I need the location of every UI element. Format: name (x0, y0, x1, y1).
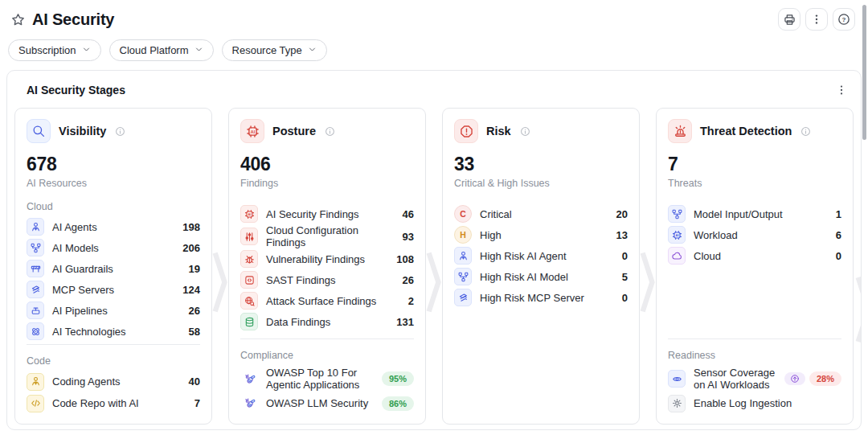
technology-icon (27, 322, 44, 340)
cloud-icon (668, 247, 686, 265)
filter-resource-type[interactable]: Resource Type (222, 39, 327, 61)
list-item[interactable]: High Risk AI Agent 0 (454, 245, 628, 266)
group-label: Compliance (240, 350, 414, 361)
sliders-icon (240, 228, 258, 245)
info-icon[interactable] (520, 126, 530, 137)
pipeline-icon (27, 302, 44, 319)
threat-detection-card: Threat Detection 7 Threats Model Input/O… (656, 108, 854, 425)
filter-label: Subscription (18, 44, 76, 56)
list-item[interactable]: Model Input/Output 1 (668, 203, 841, 224)
card-title: Posture (272, 125, 316, 137)
guardrail-icon (27, 260, 44, 277)
list-item[interactable]: Attack Surface Findings 2 (240, 290, 414, 311)
ai-model-icon (27, 239, 44, 256)
kebab-menu-button[interactable] (805, 8, 828, 31)
siren-icon (668, 119, 692, 143)
attack-surface-icon (240, 292, 258, 310)
code-repo-icon (27, 395, 44, 412)
compliance-score-badge: 95% (382, 371, 414, 386)
card-title: Threat Detection (700, 125, 792, 137)
list-item[interactable]: Vulnerability Findings 108 (240, 248, 414, 269)
list-item[interactable]: MCP Servers 124 (27, 279, 200, 300)
trend-up-icon (784, 372, 805, 385)
card-title: Visibility (59, 125, 106, 137)
svg-text:?: ? (842, 16, 846, 23)
filter-bar: Subscription Cloud Platform Resource Typ… (0, 31, 868, 61)
list-item[interactable]: AI Models 206 (27, 237, 200, 258)
ai-agent-icon (454, 247, 472, 265)
list-item[interactable]: SAST Findings 26 (240, 269, 414, 290)
owasp-wasp-icon (240, 370, 258, 388)
chevron-down-icon (82, 44, 91, 56)
page-title: AI Security (32, 10, 114, 29)
ai-chip-icon: AI (668, 226, 686, 244)
help-button[interactable]: ? (833, 8, 855, 31)
filter-subscription[interactable]: Subscription (8, 39, 101, 61)
group-label: Code (27, 355, 200, 367)
list-item[interactable]: Enable Log Ingestion (668, 392, 841, 414)
panel-title: AI Security Stages (27, 84, 125, 96)
panel-kebab-button[interactable] (834, 83, 849, 97)
list-item[interactable]: Coding Agents 40 (27, 371, 200, 392)
risk-card: Risk 33 Critical & High Issues C Critica… (442, 108, 640, 425)
list-item[interactable]: Code Repo with AI 7 (27, 392, 200, 414)
coding-agent-icon (27, 373, 44, 391)
metric-label: Threats (668, 178, 841, 189)
svg-text:AI: AI (250, 129, 255, 133)
list-item[interactable]: Cloud Configuration Findings 93 (240, 224, 414, 248)
list-item[interactable]: AI Agents 198 (27, 216, 200, 237)
card-title: Risk (486, 125, 511, 137)
posture-card: AI Posture 406 Findings AI AI Security F… (228, 108, 426, 425)
info-icon[interactable] (325, 126, 335, 137)
chevron-down-icon (194, 44, 203, 56)
severity-critical-badge: C (454, 205, 472, 223)
gear-icon (668, 395, 686, 412)
divider (240, 338, 414, 339)
info-icon[interactable] (115, 126, 125, 137)
ai-model-icon (454, 268, 472, 285)
stage-chevron-icon (426, 108, 442, 425)
coverage-badge: 28% (809, 371, 841, 386)
visibility-card: Visibility 678 AI Resources Cloud AI Age… (14, 108, 212, 425)
search-icon (27, 119, 51, 143)
bug-icon (240, 250, 258, 268)
mcp-server-icon (27, 281, 44, 298)
severity-high-badge: H (454, 226, 472, 244)
ai-agent-icon (27, 218, 44, 236)
divider (27, 344, 200, 345)
page-scrollbar[interactable] (862, 5, 866, 140)
list-item[interactable]: AI AI Security Findings 46 (240, 203, 414, 224)
chevron-down-icon (308, 44, 317, 56)
owasp-wasp-icon (240, 395, 258, 412)
svg-text:AI: AI (248, 212, 251, 216)
compliance-score-badge: 86% (382, 396, 414, 411)
divider (668, 338, 841, 339)
filter-label: Resource Type (232, 44, 302, 56)
ai-model-icon (668, 205, 686, 223)
info-icon[interactable] (800, 126, 811, 137)
ai-security-stages-panel: AI Security Stages Visibility 678 AI Res… (6, 70, 862, 430)
list-item[interactable]: OWASP Top 10 For Agentic Applications 95… (240, 365, 414, 392)
list-item[interactable]: AI Pipelines 26 (27, 300, 200, 321)
list-item[interactable]: AI Guardrails 19 (27, 258, 200, 279)
svg-text:AI: AI (675, 233, 678, 237)
filter-cloud-platform[interactable]: Cloud Platform (109, 39, 214, 61)
list-item[interactable]: High Risk MCP Server 0 (454, 287, 628, 308)
list-item[interactable]: Sensor Coverage on AI Workloads 28% (668, 365, 841, 392)
list-item[interactable]: Cloud 0 (668, 245, 841, 266)
list-item[interactable]: High Risk AI Model 5 (454, 266, 628, 287)
list-item[interactable]: C Critical 20 (454, 203, 628, 224)
list-item[interactable]: AI Technologies 58 (27, 321, 200, 342)
topbar: AI Security ? (0, 0, 868, 31)
metric-label: Critical & High Issues (454, 178, 628, 189)
metric-label: AI Resources (27, 178, 200, 189)
star-icon[interactable] (11, 13, 25, 27)
sast-icon (240, 271, 258, 289)
filter-label: Cloud Platform (120, 44, 189, 56)
print-button[interactable] (778, 8, 800, 31)
list-item[interactable]: AI Workload 6 (668, 224, 841, 245)
list-item[interactable]: OWASP LLM Security 86% (240, 392, 414, 414)
list-item[interactable]: Data Findings 131 (240, 311, 414, 332)
ai-chip-icon: AI (240, 119, 264, 143)
list-item[interactable]: H High 13 (454, 224, 628, 245)
